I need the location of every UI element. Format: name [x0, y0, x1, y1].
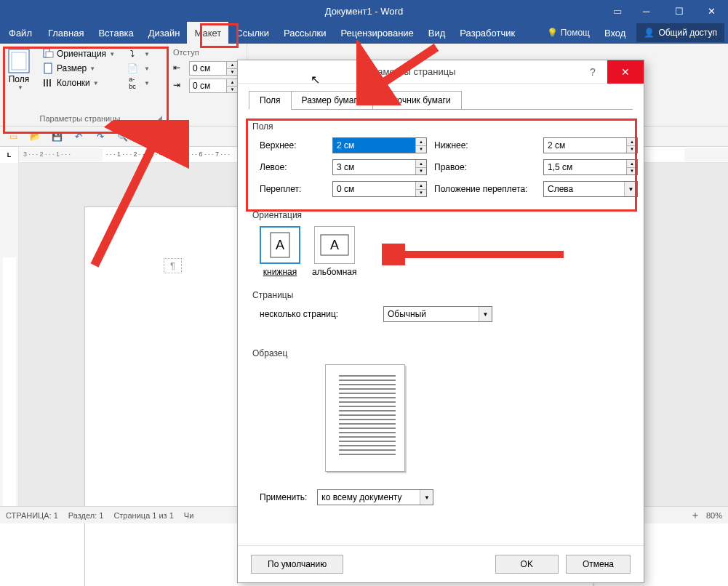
qat-image-icon[interactable]: 🖼: [159, 129, 173, 144]
spin-up[interactable]: ▲: [416, 160, 426, 168]
window-title: Документ1 - Word: [325, 6, 403, 17]
qat-new-icon[interactable]: ▭: [6, 129, 20, 144]
tab-layout[interactable]: Макет: [187, 22, 228, 44]
tab-references[interactable]: Ссылки: [228, 22, 276, 44]
size-button[interactable]: Размер▼: [38, 61, 119, 76]
ribbon-options-icon[interactable]: ▭: [604, 0, 630, 22]
gutter-label: Переплет:: [260, 184, 325, 194]
status-page[interactable]: СТРАНИЦА: 1: [6, 511, 58, 520]
help-label: Помощ: [561, 28, 590, 38]
breaks-icon: ⤵: [127, 48, 138, 60]
apply-to-label: Применить:: [260, 492, 307, 502]
status-pageof[interactable]: Страница 1 из 1: [113, 511, 173, 520]
cursor-icon: ↖: [311, 73, 320, 87]
page-setup-launcher[interactable]: ◢: [157, 114, 162, 121]
line-numbers-button[interactable]: 📄▼: [122, 61, 154, 76]
qat-table-icon[interactable]: ▦: [137, 129, 151, 144]
margins-button[interactable]: Поля ▼: [3, 47, 35, 94]
chevron-down-icon: ▼: [479, 307, 492, 321]
spin-down[interactable]: ▼: [627, 146, 637, 153]
close-window-button[interactable]: ✕: [695, 0, 728, 22]
spin-up[interactable]: ▲: [627, 138, 637, 146]
margins-label: Поля: [9, 74, 30, 84]
qat-redo-icon[interactable]: ↷: [93, 129, 108, 144]
margins-icon: [7, 49, 31, 73]
spin-up[interactable]: ▲: [227, 79, 238, 87]
svg-text:A: A: [276, 238, 284, 252]
right-margin-input[interactable]: ▲▼: [543, 159, 638, 175]
tab-design[interactable]: Дизайн: [141, 22, 188, 44]
tab-review[interactable]: Рецензирование: [333, 22, 420, 44]
hyphenation-button[interactable]: a-bc▼: [122, 76, 154, 90]
section-orient-label: Ориентация: [252, 210, 629, 220]
dialog-tab-source[interactable]: Источник бумаги: [372, 91, 462, 110]
apply-to-select[interactable]: ко всему документу▼: [317, 489, 433, 505]
chevron-down-icon: ▼: [17, 84, 23, 91]
ok-button[interactable]: OK: [495, 555, 559, 574]
columns-button[interactable]: Колонки▼: [38, 76, 119, 90]
qat-undo-icon[interactable]: ↶: [71, 129, 86, 144]
ruler-vertical[interactable]: [0, 163, 19, 510]
spin-down[interactable]: ▼: [416, 168, 426, 175]
dialog-tab-paper[interactable]: Размер бумаги: [291, 91, 373, 110]
breaks-button[interactable]: ⤵▼: [122, 47, 154, 61]
multi-pages-select[interactable]: Обычный▼: [383, 306, 492, 322]
share-button[interactable]: 👤Общий доступ: [636, 23, 724, 42]
tab-home[interactable]: Главная: [41, 22, 91, 44]
section-preview-label: Образец: [252, 348, 629, 358]
bottom-margin-input[interactable]: ▲▼: [543, 137, 638, 153]
minimize-button[interactable]: ─: [630, 0, 663, 22]
bottom-margin-label: Нижнее:: [434, 140, 536, 150]
dialog-help-button[interactable]: ?: [578, 66, 607, 78]
group-page-setup: Поля ▼ Ориентация▼ Размер▼ Колонки▼ ⤵▼: [0, 44, 167, 126]
columns-icon: [42, 77, 54, 89]
tab-insert[interactable]: Вставка: [91, 22, 140, 44]
spin-up[interactable]: ▲: [227, 62, 238, 69]
status-section[interactable]: Раздел: 1: [68, 511, 104, 520]
dialog-title-bar: Параметры страницы ? ✕: [238, 60, 644, 84]
signin-button[interactable]: Вход: [597, 22, 633, 44]
indent-right-row: ⇥ ▲▼: [170, 77, 244, 95]
tab-developer[interactable]: Разработчик: [452, 22, 522, 44]
left-margin-input[interactable]: ▲▼: [332, 159, 427, 175]
zoom-out-button[interactable]: ＋: [690, 509, 700, 522]
tab-view[interactable]: Вид: [421, 22, 453, 44]
maximize-button[interactable]: ☐: [663, 0, 695, 22]
spin-down[interactable]: ▼: [227, 87, 238, 93]
spin-up[interactable]: ▲: [416, 182, 426, 190]
qat-open-icon[interactable]: 📂: [28, 129, 42, 144]
spin-up[interactable]: ▲: [627, 160, 637, 168]
tab-mailings[interactable]: Рассылки: [276, 22, 333, 44]
indent-left-input[interactable]: ▲▼: [189, 61, 239, 76]
qat-preview-icon[interactable]: 🔍: [115, 129, 129, 144]
dialog-body: Поля Верхнее: ▲▼ Нижнее: ▲▼ Левое: ▲▼ Пр…: [238, 110, 644, 545]
ribbon-tabs: Файл Главная Вставка Дизайн Макет Ссылки…: [0, 22, 728, 44]
orientation-landscape[interactable]: A альбомная: [312, 226, 357, 277]
tab-file[interactable]: Файл: [0, 22, 41, 44]
cancel-button[interactable]: Отмена: [566, 555, 631, 574]
default-button[interactable]: По умолчанию: [251, 555, 343, 574]
status-words[interactable]: Чи: [184, 511, 193, 520]
gutter-input[interactable]: ▲▼: [332, 181, 427, 197]
chevron-down-icon: ▼: [144, 51, 150, 57]
spin-down[interactable]: ▼: [416, 190, 426, 197]
help-field[interactable]: 💡Помощ: [540, 28, 597, 38]
indent-left-row: ⇤ ▲▼: [170, 60, 244, 77]
qat-save-icon[interactable]: 💾: [49, 129, 64, 144]
dialog-tab-margins[interactable]: Поля: [249, 91, 292, 110]
orientation-portrait[interactable]: A книжная: [260, 226, 300, 277]
spin-down[interactable]: ▼: [227, 69, 238, 76]
spin-down[interactable]: ▼: [416, 146, 426, 153]
top-margin-label: Верхнее:: [260, 140, 325, 150]
size-label: Размер: [57, 63, 87, 73]
gutter-pos-select[interactable]: Слева▼: [543, 181, 638, 197]
spin-up[interactable]: ▲: [416, 138, 426, 146]
ruler-corner: L: [0, 147, 19, 163]
chevron-down-icon: ▼: [420, 490, 433, 505]
top-margin-input[interactable]: ▲▼: [332, 137, 427, 153]
indent-right-input[interactable]: ▲▼: [189, 79, 239, 93]
zoom-level[interactable]: 80%: [706, 511, 722, 520]
orientation-button[interactable]: Ориентация▼: [38, 47, 119, 61]
spin-down[interactable]: ▼: [627, 168, 637, 175]
dialog-close-button[interactable]: ✕: [607, 60, 644, 84]
